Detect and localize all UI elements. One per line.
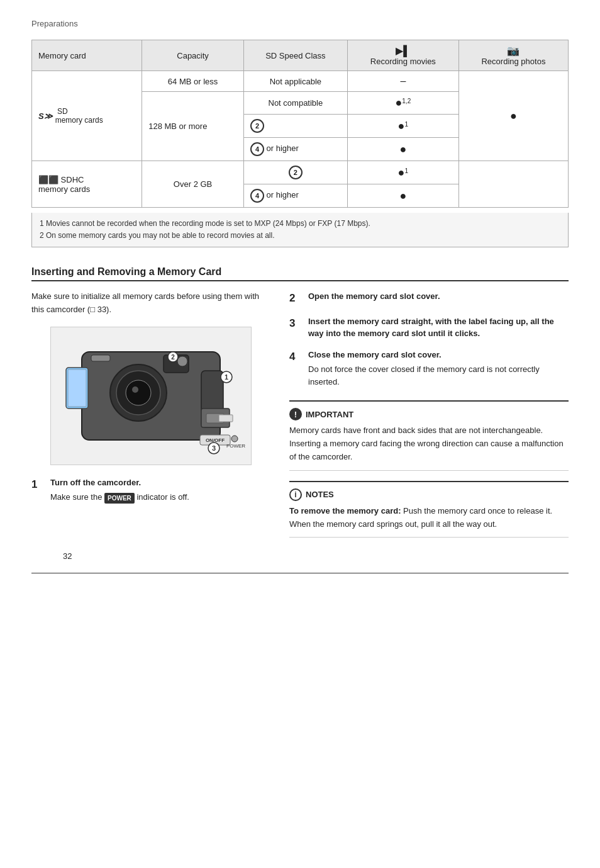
speed-class4: 4 or higher [243,138,347,161]
step-4-text: Close the memory card slot cover. Do not… [308,349,569,388]
svg-text:3: 3 [212,444,216,452]
speed-not-compatible: Not compatible [243,92,347,115]
footnote-1: 1 Movies cannot be recorded when the rec… [40,218,560,230]
notes-label: NOTES [306,490,334,499]
speed-sdhc-class4: 4 or higher [243,184,347,208]
table-footnotes: 1 Movies cannot be recorded when the rec… [31,213,569,247]
notes-title: i NOTES [289,488,569,501]
sd-logo: S≫ SDmemory cards [38,107,103,125]
camera-svg: 1 ON/OFF 2 3 POWER [57,333,245,459]
page-number: 32 [63,551,72,561]
movies-class4: ● [347,138,458,161]
right-column: 2 Open the memory card slot cover. 3 Ins… [289,290,569,548]
step-3-number: 3 [289,315,308,332]
col-header-memory-card: Memory card [32,40,142,71]
col-header-recording-movies: ▶▌ Recording movies [347,40,458,71]
svg-text:2: 2 [171,354,175,361]
capacity-64mb: 64 MB or less [142,71,244,92]
step-1-heading: Turn off the camcorder. [50,478,141,487]
important-box: ! IMPORTANT Memory cards have front and … [289,400,569,470]
capacity-128mb: 128 MB or more [142,92,244,161]
svg-rect-13 [219,415,233,422]
intro-text: Make sure to initialize all memory cards… [31,290,270,317]
svg-point-4 [126,380,151,405]
camera-icon: 📷 [507,45,519,56]
notes-icon: i [289,488,302,501]
important-icon: ! [289,408,302,420]
step-1-body: Make sure the POWER indicator is off. [50,491,189,504]
two-column-layout: Make sure to initialize all memory cards… [31,290,569,548]
step-1: 1 Turn off the camcorder. Make sure the … [31,476,270,504]
step-4-body: Do not force the cover closed if the mem… [308,363,569,388]
step-1-number: 1 [31,476,50,493]
step-3: 3 Insert the memory card straight, with … [289,315,569,340]
speed-not-applicable: Not applicable [243,71,347,92]
table-row: S≫ SDmemory cards 64 MB or less Not appl… [32,71,569,92]
step-2-text: Open the memory card slot cover. [308,290,440,303]
movies-not-compatible: ●1,2 [347,92,458,115]
col-header-recording-photos: 📷 Recording photos [458,40,568,71]
breadcrumb: Preparations [31,19,569,28]
table-section: Memory card Capacity SD Speed Class ▶▌ R… [31,40,569,247]
important-title: ! IMPORTANT [289,408,569,420]
step-4-heading: Close the memory card slot cover. [308,350,442,359]
step-3-text: Insert the memory card straight, with th… [308,315,569,340]
col-header-sd-speed: SD Speed Class [243,40,347,71]
svg-point-7 [177,356,187,366]
notes-text: To remove the memory card: Push the memo… [289,505,569,531]
movies-class2: ●1 [347,115,458,138]
camera-illustration: 1 ON/OFF 2 3 POWER [50,327,252,465]
svg-point-5 [132,386,138,393]
notes-box: i NOTES To remove the memory card: Push … [289,481,569,538]
footnote-2: 2 On some memory cards you may not be ab… [40,230,560,242]
movies-dash: – [347,71,458,92]
svg-rect-8 [91,355,110,361]
power-badge: POWER [104,493,135,504]
important-text: Memory cards have front and back sides t… [289,424,569,463]
step-2-heading: Open the memory card slot cover. [308,291,440,301]
compatibility-table: Memory card Capacity SD Speed Class ▶▌ R… [31,40,569,208]
photos-sdhc [458,161,568,208]
speed-class2: 2 [243,115,347,138]
step-3-heading: Insert the memory card straight, with th… [308,317,554,339]
step-1-text: Turn off the camcorder. Make sure the PO… [50,476,189,504]
page-line [31,573,569,573]
col-header-capacity: Capacity [142,40,244,71]
movie-icon: ▶▌ [396,45,410,56]
svg-text:1: 1 [225,373,228,381]
step-4: 4 Close the memory card slot cover. Do n… [289,349,569,388]
notes-bold: To remove the memory card: [289,506,401,516]
important-label: IMPORTANT [306,410,353,419]
card-type-sd: S≫ SDmemory cards [32,71,142,161]
svg-text:POWER: POWER [226,443,245,449]
movies-sdhc-class4: ● [347,184,458,208]
speed-sdhc-class2: 2 [243,161,347,184]
svg-rect-10 [68,369,86,407]
photos-sd-all: ● [458,71,568,161]
step-2-number: 2 [289,290,308,307]
svg-point-22 [231,436,238,442]
capacity-over2gb: Over 2 GB [142,161,244,208]
card-type-sdhc: ⬛⬛ SDHCmemory cards [32,161,142,208]
section-title: Inserting and Removing a Memory Card [31,266,569,281]
table-row: ⬛⬛ SDHCmemory cards Over 2 GB 2 ●1 [32,161,569,184]
left-column: Make sure to initialize all memory cards… [31,290,270,548]
step-2: 2 Open the memory card slot cover. [289,290,569,307]
movies-sdhc-class2: ●1 [347,161,458,184]
step-4-number: 4 [289,349,308,365]
